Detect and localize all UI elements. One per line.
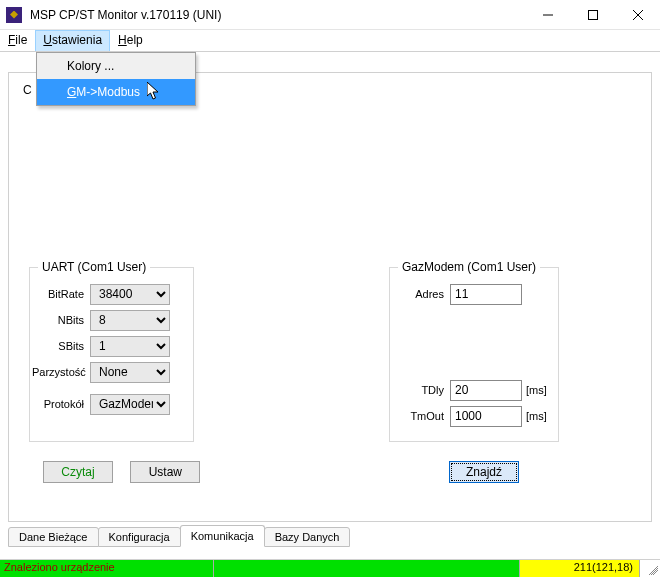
- minimize-button[interactable]: [525, 0, 570, 30]
- tdly-label: TDly: [392, 384, 450, 396]
- app-icon: [6, 7, 22, 23]
- uart-legend: UART (Com1 User): [38, 260, 150, 274]
- status-mid: [214, 560, 520, 577]
- partial-label: C: [23, 83, 32, 97]
- tab-panel: C UART (Com1 User) BitRate 38400 NBits 8…: [8, 72, 652, 522]
- menu-help[interactable]: Help: [110, 30, 151, 51]
- menu-item-gm-modbus[interactable]: GM->Modbus: [37, 79, 195, 105]
- settings-dropdown: Kolory ... GM->Modbus: [36, 52, 196, 106]
- tmout-unit: [ms]: [522, 410, 547, 422]
- nbits-label: NBits: [32, 314, 90, 326]
- protocol-label: Protokół: [32, 398, 90, 410]
- parity-label: Parzystość: [32, 366, 90, 378]
- tab-komunikacja[interactable]: Komunikacja: [180, 525, 265, 547]
- parity-select[interactable]: None: [90, 362, 170, 383]
- znajdz-button[interactable]: Znajdź: [449, 461, 519, 483]
- tab-dane-biezace[interactable]: Dane Bieżące: [8, 527, 99, 547]
- tdly-unit: [ms]: [522, 384, 547, 396]
- bitrate-select[interactable]: 38400: [90, 284, 170, 305]
- nbits-select[interactable]: 8: [90, 310, 170, 331]
- sbits-select[interactable]: 1: [90, 336, 170, 357]
- maximize-button[interactable]: [570, 0, 615, 30]
- tdly-input[interactable]: [450, 380, 522, 401]
- sbits-label: SBits: [32, 340, 90, 352]
- protocol-select[interactable]: GazModem: [90, 394, 170, 415]
- adres-label: Adres: [392, 288, 450, 300]
- tab-konfiguracja[interactable]: Konfiguracja: [98, 527, 181, 547]
- status-coords: 211(121,18): [520, 560, 640, 577]
- bitrate-label: BitRate: [32, 288, 90, 300]
- uart-group: UART (Com1 User) BitRate 38400 NBits 8 S…: [29, 267, 194, 442]
- menubar: File Ustawienia Help: [0, 30, 660, 52]
- window-title: MSP CP/ST Monitor v.170119 (UNI): [30, 8, 525, 22]
- svg-rect-1: [588, 10, 597, 19]
- resize-grip-icon[interactable]: [640, 560, 660, 577]
- ustaw-button[interactable]: Ustaw: [130, 461, 200, 483]
- menu-item-kolory[interactable]: Kolory ...: [37, 53, 195, 79]
- content-area: C UART (Com1 User) BitRate 38400 NBits 8…: [0, 52, 660, 577]
- czytaj-button[interactable]: Czytaj: [43, 461, 113, 483]
- gazmodem-group: GazModem (Com1 User) Adres TDly [ms] TmO…: [389, 267, 559, 442]
- status-found: Znaleziono urządzenie: [0, 560, 214, 577]
- statusbar: Znaleziono urządzenie 211(121,18): [0, 559, 660, 577]
- close-button[interactable]: [615, 0, 660, 30]
- tmout-input[interactable]: [450, 406, 522, 427]
- gazmodem-legend: GazModem (Com1 User): [398, 260, 540, 274]
- tab-bazy-danych[interactable]: Bazy Danych: [264, 527, 351, 547]
- adres-input[interactable]: [450, 284, 522, 305]
- tmout-label: TmOut: [392, 410, 450, 422]
- menu-settings[interactable]: Ustawienia: [35, 30, 110, 51]
- menu-file[interactable]: File: [0, 30, 35, 51]
- titlebar: MSP CP/ST Monitor v.170119 (UNI): [0, 0, 660, 30]
- bottom-tabs: Dane Bieżące Konfiguracja Komunikacja Ba…: [8, 525, 349, 547]
